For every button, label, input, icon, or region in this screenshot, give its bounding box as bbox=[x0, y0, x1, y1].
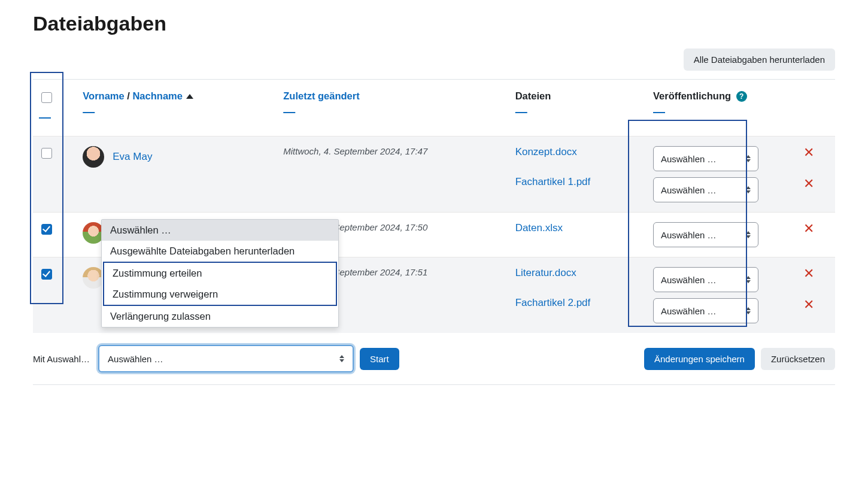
user-name-link[interactable]: Eva May bbox=[113, 151, 152, 163]
table-row: Eva May Mittwoch, 4. September 2024, 17:… bbox=[33, 137, 835, 213]
collapse-column-icon[interactable]: — bbox=[39, 111, 71, 123]
column-firstname-link[interactable]: Vorname bbox=[83, 90, 124, 101]
select-caret-icon bbox=[746, 155, 751, 162]
dropdown-option[interactable]: Verlängerung zulassen bbox=[102, 306, 338, 327]
select-caret-icon bbox=[746, 231, 751, 238]
column-name-separator: / bbox=[127, 90, 130, 101]
select-caret-icon bbox=[339, 355, 344, 362]
select-value: Auswählen … bbox=[108, 354, 163, 364]
collapse-column-icon[interactable]: — bbox=[283, 105, 503, 117]
bulk-action-label: Mit Auswahl… bbox=[33, 354, 90, 364]
delete-icon[interactable]: ✕ bbox=[803, 222, 829, 235]
collapse-column-icon[interactable]: — bbox=[653, 105, 791, 117]
publication-select[interactable]: Auswählen … bbox=[653, 146, 758, 171]
select-value: Auswählen … bbox=[661, 275, 717, 285]
avatar[interactable] bbox=[83, 146, 104, 168]
publication-select[interactable]: Auswählen … bbox=[653, 298, 758, 323]
column-publication-label: Veröffentlichung bbox=[653, 90, 731, 101]
divider bbox=[33, 384, 835, 385]
sort-ascending-icon[interactable] bbox=[186, 94, 193, 99]
save-changes-button[interactable]: Änderungen speichern bbox=[644, 348, 755, 370]
row-select-checkbox[interactable] bbox=[41, 224, 52, 235]
reset-button[interactable]: Zurücksetzen bbox=[761, 348, 835, 370]
select-value: Auswählen … bbox=[661, 306, 717, 316]
select-all-checkbox[interactable] bbox=[41, 92, 52, 103]
delete-icon[interactable]: ✕ bbox=[803, 267, 829, 280]
column-modified-link[interactable]: Zuletzt geändert bbox=[283, 90, 359, 101]
column-files-label: Dateien bbox=[515, 90, 551, 101]
page-title: Dateiabgaben bbox=[33, 12, 835, 35]
delete-icon[interactable]: ✕ bbox=[803, 298, 829, 311]
publication-select[interactable]: Auswählen … bbox=[653, 267, 758, 292]
bulk-action-select[interactable]: Auswählen … bbox=[98, 345, 354, 372]
column-lastname-link[interactable]: Nachname bbox=[132, 90, 182, 102]
row-select-checkbox[interactable] bbox=[41, 148, 52, 159]
collapse-column-icon[interactable]: — bbox=[515, 105, 641, 117]
file-link[interactable]: Daten.xlsx bbox=[515, 222, 641, 234]
delete-icon[interactable]: ✕ bbox=[803, 177, 829, 190]
modified-date: Mittwoch, 4. September 2024, 17:47 bbox=[277, 137, 509, 213]
dropdown-option[interactable]: Auswählen … bbox=[102, 220, 338, 241]
select-caret-icon bbox=[746, 186, 751, 193]
file-link[interactable]: Fachartikel 1.pdf bbox=[515, 176, 641, 188]
bulk-action-dropdown: Auswählen … Ausgewählte Dateiabgaben her… bbox=[101, 219, 339, 328]
select-value: Auswählen … bbox=[661, 154, 717, 164]
dropdown-option-deny[interactable]: Zustimmung verweigern bbox=[104, 284, 336, 305]
file-link[interactable]: Literatur.docx bbox=[515, 267, 641, 279]
file-link[interactable]: Konzept.docx bbox=[515, 146, 641, 158]
select-value: Auswählen … bbox=[661, 230, 717, 240]
publication-select[interactable]: Auswählen … bbox=[653, 177, 758, 202]
dropdown-option[interactable]: Ausgewählte Dateiabgaben herunterladen bbox=[102, 241, 338, 262]
row-select-checkbox[interactable] bbox=[41, 269, 52, 280]
select-caret-icon bbox=[746, 307, 751, 314]
select-value: Auswählen … bbox=[661, 185, 717, 195]
dropdown-option-approve[interactable]: Zustimmung erteilen bbox=[104, 263, 336, 284]
collapse-column-icon[interactable]: — bbox=[83, 105, 271, 117]
publication-select[interactable]: Auswählen … bbox=[653, 222, 758, 247]
select-caret-icon bbox=[746, 276, 751, 283]
highlight-outline: Zustimmung erteilen Zustimmung verweiger… bbox=[103, 262, 337, 306]
delete-icon[interactable]: ✕ bbox=[803, 146, 829, 159]
download-all-button[interactable]: Alle Dateiabgaben herunterladen bbox=[684, 48, 835, 71]
start-button[interactable]: Start bbox=[360, 348, 399, 370]
help-icon[interactable]: ? bbox=[736, 91, 747, 102]
file-link[interactable]: Fachartikel 2.pdf bbox=[515, 297, 641, 309]
